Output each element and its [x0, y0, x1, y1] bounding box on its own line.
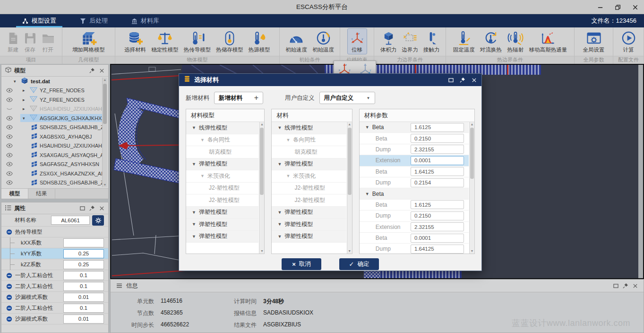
material-tree-item[interactable]: ▼弹塑性模型	[272, 231, 346, 243]
tab-材料库[interactable]: 材料库	[125, 14, 165, 27]
material-tree-item[interactable]: J2-塑性模型	[186, 183, 258, 195]
material-tree-item[interactable]: ▼各向同性	[186, 134, 258, 147]
ribbon-button-计算[interactable]: 计算	[619, 29, 638, 54]
caret-down-icon[interactable]: ▼	[192, 125, 196, 130]
caret-icon[interactable]: ▸	[23, 97, 27, 102]
tree-item[interactable]: ▸YZ_FREE_NODES	[1, 86, 102, 96]
param-row[interactable]: Extension0.0001	[360, 155, 469, 166]
material-tree-item[interactable]: ▼线弹性模型	[186, 122, 258, 134]
property-row[interactable]: 沙漏模式系数0.01	[1, 292, 108, 303]
param-row[interactable]: Dump0.2150	[360, 210, 469, 221]
dialog-titlebar[interactable]: 选择材料	[179, 74, 481, 86]
property-input[interactable]	[63, 238, 104, 247]
tree-item[interactable]: ▾AGSGKJKG_GJHXAJKHXA	[1, 114, 102, 123]
property-row[interactable]: kYY系数0.25	[1, 248, 108, 259]
ribbon-button-固定温度[interactable]: 固定温度	[451, 29, 477, 54]
param-row[interactable]: Beta0.0001	[360, 233, 469, 244]
property-row[interactable]: 一阶人工粘合性0.1	[1, 270, 108, 281]
collapse-icon[interactable]	[6, 283, 12, 289]
tree-item[interactable]: SDHSBJZS_GHSABJHB_ZAHU	[1, 178, 102, 188]
eye-icon[interactable]	[6, 88, 16, 93]
panel-tab-结果[interactable]: 结果	[28, 189, 55, 199]
collapse-icon[interactable]	[6, 229, 12, 235]
caret-down-icon[interactable]: ▼	[277, 222, 282, 227]
ribbon-button-增加网格模型[interactable]: 增加网格模型	[70, 29, 107, 54]
new-material-input[interactable]: 新增材料 +	[214, 92, 263, 104]
param-row[interactable]: Dump2.32155	[360, 144, 469, 155]
material-tree-item[interactable]: ▼米茨强化	[186, 170, 258, 183]
caret-down-icon[interactable]: ▼	[192, 222, 196, 227]
material-tree-item[interactable]: 胡克模型	[272, 146, 346, 158]
eye-icon[interactable]	[6, 97, 16, 102]
ribbon-button-打开[interactable]: 打开	[39, 29, 57, 54]
tree-item[interactable]: ZSXGX_HSAKAZNZXK_AHASX	[1, 169, 102, 178]
param-input[interactable]: 0.0001	[411, 156, 464, 165]
property-row[interactable]: kXX系数	[1, 237, 108, 248]
caret-down-icon[interactable]: ▼	[192, 162, 196, 166]
caret-down-icon[interactable]: ▼	[365, 192, 369, 196]
collapse-icon[interactable]	[6, 294, 12, 300]
material-tree-item[interactable]: ▼米茨强化	[272, 170, 346, 183]
tree-item[interactable]: XSAXGAUS_AISYAQSH_ASHX	[1, 150, 102, 160]
ribbon-button-体积力[interactable]: 体积力	[378, 29, 399, 54]
tree-item[interactable]: ▸YZ_FREE_NODES	[1, 95, 102, 105]
ribbon-button-全局设置[interactable]: 全局设置	[581, 29, 607, 54]
model-tree-scrollbar[interactable]: ▲▼	[102, 78, 107, 187]
material-tree-item[interactable]: ▼弹塑性模型	[272, 158, 346, 171]
material-tree-item[interactable]: ▼弹塑性模型	[186, 207, 258, 219]
maximize-icon[interactable]	[613, 283, 618, 289]
ribbon-button-位移[interactable]: zxy位移	[348, 29, 367, 54]
ok-button[interactable]: ✓ 确定	[339, 258, 379, 270]
material-tree-item[interactable]: ▼线弹性模型	[272, 122, 346, 134]
param-group-header[interactable]: ▼Beta	[360, 188, 469, 199]
material-settings-button[interactable]	[92, 215, 104, 226]
param-row[interactable]: Dump0.2154	[360, 177, 469, 188]
param-input[interactable]: 1.6125	[411, 123, 464, 132]
caret-down-icon[interactable]: ▼	[200, 138, 205, 142]
param-row[interactable]: Dump1.64125	[360, 244, 469, 254]
eye-icon[interactable]	[6, 171, 16, 176]
close-icon[interactable]	[472, 78, 477, 83]
ribbon-button-边界力[interactable]: 边界力	[399, 29, 421, 54]
caret-down-icon[interactable]: ▾	[14, 79, 18, 84]
param-input[interactable]: 1.64125	[411, 167, 464, 176]
property-row[interactable]: kZZ系数0.25	[1, 259, 108, 270]
ribbon-button-热源模型[interactable]: 热源模型	[246, 29, 273, 54]
property-row[interactable]: 二阶人工粘合性0.1	[1, 303, 108, 314]
ribbon-button-初始速度[interactable]: 初始速度	[283, 29, 309, 54]
close-icon[interactable]	[99, 68, 104, 73]
property-input[interactable]: 0.01	[63, 293, 104, 302]
material-tree-item[interactable]: J2-塑性模型	[272, 183, 346, 195]
eye-icon[interactable]	[6, 116, 16, 121]
param-input[interactable]: 2.32155	[411, 222, 464, 231]
tree-item[interactable]: ▸HSAUHDISU_JZXIUXHAHX	[1, 105, 102, 114]
ribbon-button-对流换热[interactable]: 对流换热	[478, 29, 504, 54]
param-row[interactable]: Beta1.64125	[360, 166, 469, 177]
maximize-icon[interactable]	[448, 78, 454, 83]
collapse-icon[interactable]	[6, 272, 12, 279]
ribbon-button-保存[interactable]: 保存	[22, 29, 39, 54]
param-input[interactable]: 0.0001	[411, 234, 464, 243]
ribbon-button-选择材料[interactable]: 选择材料	[122, 29, 148, 54]
ribbon-button-移动高斯热通量[interactable]: 移动高斯热通量	[527, 29, 570, 54]
caret-down-icon[interactable]: ▼	[277, 210, 282, 215]
param-input[interactable]: 1.64125	[411, 245, 464, 254]
pin-icon[interactable]	[89, 68, 95, 73]
close-icon[interactable]	[633, 283, 638, 289]
pin-icon[interactable]	[623, 283, 628, 289]
caret-icon[interactable]: ▸	[23, 106, 27, 111]
scrollbar[interactable]: ▲▼	[469, 122, 474, 254]
param-row[interactable]: Extension2.32155	[360, 222, 469, 233]
collapse-icon[interactable]	[6, 316, 12, 322]
tab-模型设置[interactable]: 模型设置	[16, 14, 62, 27]
pin-icon[interactable]	[89, 205, 95, 211]
caret-down-icon[interactable]: ▼	[277, 125, 282, 130]
eye-icon[interactable]	[6, 153, 16, 158]
caret-down-icon[interactable]: ▼	[192, 234, 196, 239]
tab-后处理[interactable]: 后处理	[74, 14, 114, 27]
property-input[interactable]: 0.25	[63, 249, 104, 258]
caret-down-icon[interactable]: ▼	[286, 174, 290, 178]
material-tree-item[interactable]: ▼弹塑性模型	[272, 207, 346, 219]
material-tree-item[interactable]: J2-塑性模型	[186, 194, 258, 207]
ribbon-button-热传导模型[interactable]: 热传导模型	[181, 29, 214, 54]
